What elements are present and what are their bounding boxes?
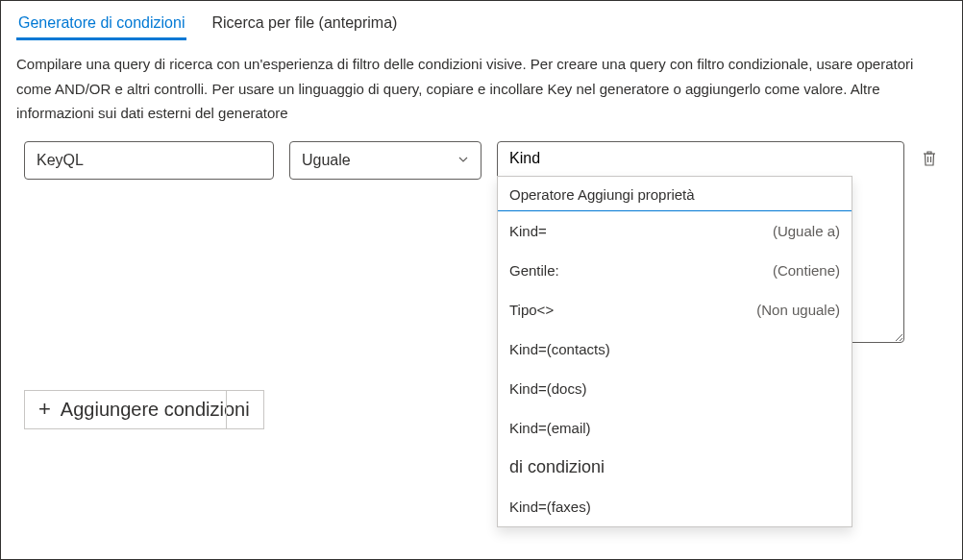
delete-condition-button[interactable] xyxy=(920,151,939,170)
dropdown-item-hint: (Non uguale) xyxy=(756,302,840,318)
tab-file-search[interactable]: Ricerca per file (anteprima) xyxy=(210,9,399,39)
dropdown-item-label: Kind= xyxy=(509,223,547,239)
dropdown-item[interactable]: Gentile: (Contiene) xyxy=(498,251,852,290)
operator-label: Uguale xyxy=(302,152,351,169)
chevron-down-icon xyxy=(457,152,469,169)
dropdown-item-label: Gentile: xyxy=(509,262,559,279)
dropdown-item[interactable]: Kind= (Uguale a) xyxy=(498,211,852,251)
dropdown-item-label: Tipo<> xyxy=(509,302,554,318)
tab-bar: Generatore di condizioni Ricerca per fil… xyxy=(1,1,962,40)
suggestion-dropdown: Operatore Aggiungi proprietà Kind= (Ugua… xyxy=(497,176,852,527)
dropdown-item-hint: (Uguale a) xyxy=(773,223,840,239)
plus-icon: + xyxy=(38,399,51,420)
dropdown-section-label: di condizioni xyxy=(498,448,852,487)
dropdown-item-label: Kind=(email) xyxy=(509,420,591,436)
dropdown-item-label: Kind=(docs) xyxy=(509,380,586,397)
dropdown-item-hint: (Contiene) xyxy=(773,262,840,279)
trash-icon xyxy=(922,150,937,170)
add-conditions-button[interactable]: + Aggiungere condizioni xyxy=(24,390,264,429)
dropdown-item-label: Kind=(contacts) xyxy=(509,341,610,357)
dropdown-item[interactable]: Kind=(faxes) xyxy=(498,487,852,526)
operator-select[interactable]: Uguale xyxy=(289,141,482,180)
dropdown-item[interactable]: Kind=(docs) xyxy=(498,369,852,408)
property-input[interactable] xyxy=(24,141,274,180)
dropdown-item[interactable]: Kind=(email) xyxy=(498,408,852,448)
add-conditions-label: Aggiungere condizioni xyxy=(61,399,250,421)
dropdown-item[interactable]: Tipo<> (Non uguale) xyxy=(498,290,852,329)
tab-condition-builder[interactable]: Generatore di condizioni xyxy=(16,9,186,39)
dropdown-item-label: Kind=(faxes) xyxy=(509,499,591,515)
description-text: Compilare una query di ricerca con un'es… xyxy=(1,40,962,141)
value-area: Kind Operatore Aggiungi proprietà Kind= … xyxy=(497,141,904,346)
dropdown-item[interactable]: Kind=(contacts) xyxy=(498,329,852,369)
condition-row: Uguale Kind Operatore Aggiungi proprietà… xyxy=(1,141,962,346)
dropdown-header: Operatore Aggiungi proprietà xyxy=(498,177,852,211)
